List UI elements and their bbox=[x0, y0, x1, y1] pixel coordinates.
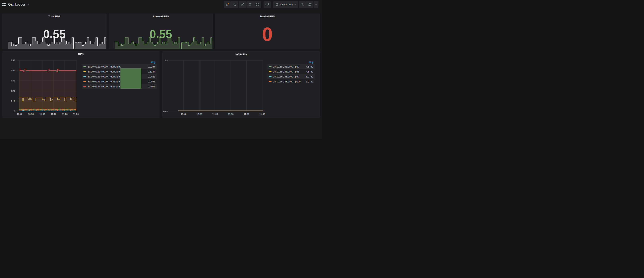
x-axis: 10:4010:5011:0011:1011:2011:30 bbox=[169, 113, 264, 116]
y-tick-label: 0 ns bbox=[163, 110, 168, 112]
chevron-down-icon bbox=[315, 4, 317, 5]
legend-row[interactable]: 10.10.69.238:9000 - p1005.0 ms bbox=[267, 79, 314, 84]
refresh-dashboard-button[interactable] bbox=[306, 1, 314, 8]
legend-series-label[interactable]: 10.10.69.238:9000 - /decisions/ bbox=[88, 65, 145, 68]
rps-graph-plot[interactable] bbox=[17, 60, 76, 111]
save-icon bbox=[248, 3, 252, 6]
panel-rps-graph: RPS 0.500.400.300.200.100 10:4010:5011:0… bbox=[2, 51, 160, 118]
legend-series-swatch-icon bbox=[83, 76, 86, 77]
cycle-view-mode-button[interactable] bbox=[264, 1, 271, 8]
legend-series-swatch-icon bbox=[269, 71, 272, 72]
legend-series-swatch-icon bbox=[83, 66, 86, 67]
refresh-icon bbox=[308, 3, 312, 6]
star-dashboard-button[interactable] bbox=[231, 1, 238, 8]
legend-avg-header[interactable]: avg bbox=[267, 61, 314, 64]
green-overlay-artifact bbox=[120, 68, 141, 89]
refresh-interval-dropdown-button[interactable] bbox=[314, 1, 318, 8]
x-tick-label: 11:00 bbox=[212, 113, 218, 115]
sparkline-chart bbox=[8, 37, 106, 49]
share-dashboard-button[interactable] bbox=[239, 1, 246, 8]
star-icon bbox=[233, 3, 236, 6]
x-tick-label: 11:10 bbox=[51, 113, 56, 115]
add-panel-button[interactable] bbox=[224, 1, 231, 8]
legend-avg-value: 5.0 ms bbox=[303, 75, 313, 78]
rps-legend-table: avg 10.10.69.238:9000 - /decisions/0.016… bbox=[82, 61, 157, 89]
chevron-down-icon bbox=[27, 4, 29, 5]
legend-row[interactable]: 10.10.69.238:9000 - p995.0 ms bbox=[267, 74, 314, 79]
legend-row[interactable]: 10.10.69.238:9000 - /decisions/0.4002 bbox=[82, 84, 157, 89]
dashboard-title: Oathkeeper bbox=[8, 3, 25, 6]
dashboard-grid-icon bbox=[2, 2, 6, 6]
panel-title[interactable]: Latencies bbox=[162, 52, 320, 55]
legend-row[interactable]: 10.10.69.238:9000 - p954.8 ms bbox=[267, 69, 314, 74]
time-range-label: Last 1 hour bbox=[280, 3, 293, 6]
legend-row[interactable]: 10.10.69.238:9000 - /decisions/0.0022 bbox=[82, 74, 157, 79]
legend-row[interactable]: 10.10.69.238:9000 - /decisions/0.1284 bbox=[82, 69, 157, 74]
latencies-graph-plot[interactable] bbox=[169, 60, 264, 111]
latencies-legend-table: avg 10.10.69.238:9000 - p904.5 ms10.10.6… bbox=[267, 61, 314, 84]
dashboard-title-dropdown[interactable]: Oathkeeper bbox=[0, 2, 29, 6]
legend-row[interactable]: 10.10.69.238:9000 - /decisions/0.0066 bbox=[82, 79, 157, 84]
grafana-dashboard: Oathkeeper bbox=[0, 0, 322, 139]
save-dashboard-button[interactable] bbox=[246, 1, 254, 8]
sparkline-chart bbox=[115, 37, 212, 49]
chevron-down-icon bbox=[294, 4, 296, 5]
add-panel-icon bbox=[226, 3, 229, 6]
panel-latencies-graph: Latencies 1 s0 ns 10:4010:5011:0011:1011… bbox=[162, 51, 320, 118]
legend-avg-value: 0.0066 bbox=[145, 80, 155, 83]
time-range-picker[interactable]: Last 1 hour bbox=[273, 1, 298, 8]
panel-title[interactable]: RPS bbox=[2, 52, 160, 55]
legend-series-label[interactable]: 10.10.69.238:9000 - p95 bbox=[273, 70, 303, 73]
y-axis: 0.500.400.300.200.100 bbox=[2, 60, 15, 111]
y-tick-label: 0.50 bbox=[11, 59, 15, 61]
x-tick-label: 11:10 bbox=[228, 113, 234, 115]
y-tick-label: 0.40 bbox=[11, 69, 15, 72]
legend-avg-value: 4.5 ms bbox=[303, 65, 313, 68]
legend-avg-value: 0.4002 bbox=[145, 85, 155, 88]
legend-series-swatch-icon bbox=[269, 66, 272, 67]
x-tick-label: 11:20 bbox=[62, 113, 68, 115]
panel-title[interactable]: Denied RPS bbox=[215, 15, 320, 18]
legend-series-label[interactable]: 10.10.69.238:9000 - p99 bbox=[273, 75, 303, 78]
x-tick-label: 10:50 bbox=[28, 113, 34, 115]
y-tick-label: 0 bbox=[14, 110, 15, 112]
legend-avg-value: 0.0167 bbox=[145, 65, 155, 68]
clock-icon bbox=[276, 3, 278, 6]
y-tick-label: 0.20 bbox=[11, 90, 15, 92]
zoom-out-icon bbox=[301, 3, 304, 6]
legend-series-swatch-icon bbox=[269, 81, 272, 82]
panel-denied-rps: Denied RPS 0 bbox=[215, 13, 320, 49]
navbar: Oathkeeper bbox=[0, 0, 322, 9]
legend-avg-header[interactable]: avg bbox=[82, 61, 157, 64]
panel-title[interactable]: Allowed RPS bbox=[109, 15, 213, 18]
x-tick-label: 11:20 bbox=[244, 113, 250, 115]
dashboard-settings-button[interactable] bbox=[254, 1, 261, 8]
x-tick-label: 10:50 bbox=[196, 113, 202, 115]
legend-row[interactable]: 10.10.69.238:9000 - p904.5 ms bbox=[267, 64, 314, 69]
share-icon bbox=[241, 3, 244, 6]
panel-allowed-rps: Allowed RPS 0.55 bbox=[109, 13, 213, 49]
zoom-out-time-button[interactable] bbox=[299, 1, 306, 8]
panel-title[interactable]: Total RPS bbox=[2, 15, 107, 18]
x-axis: 10:4010:5011:0011:1011:2011:30 bbox=[17, 113, 76, 116]
legend-series-swatch-icon bbox=[83, 71, 86, 72]
legend-series-label[interactable]: 10.10.69.238:9000 - p90 bbox=[273, 65, 303, 68]
gear-icon bbox=[256, 3, 259, 6]
y-tick-label: 0.30 bbox=[11, 79, 15, 82]
y-axis: 1 s0 ns bbox=[162, 60, 168, 111]
legend-series-swatch-icon bbox=[83, 81, 86, 82]
x-tick-label: 11:00 bbox=[40, 113, 45, 115]
x-tick-label: 10:40 bbox=[181, 113, 186, 115]
legend-row[interactable]: 10.10.69.238:9000 - /decisions/0.0167 bbox=[82, 64, 157, 69]
navbar-actions: Last 1 hour bbox=[223, 1, 322, 8]
x-tick-label: 11:30 bbox=[73, 113, 79, 115]
legend-series-label[interactable]: 10.10.69.238:9000 - p100 bbox=[273, 80, 303, 83]
legend-avg-value: 0.0022 bbox=[145, 75, 155, 78]
x-tick-label: 10:40 bbox=[17, 113, 22, 115]
x-tick-label: 11:30 bbox=[260, 113, 265, 115]
legend-series-swatch-icon bbox=[269, 76, 272, 77]
y-tick-label: 0.10 bbox=[11, 100, 15, 102]
y-tick-label: 1 s bbox=[165, 59, 168, 61]
legend-series-swatch-icon bbox=[83, 86, 86, 87]
legend-avg-value: 0.1284 bbox=[145, 70, 155, 73]
